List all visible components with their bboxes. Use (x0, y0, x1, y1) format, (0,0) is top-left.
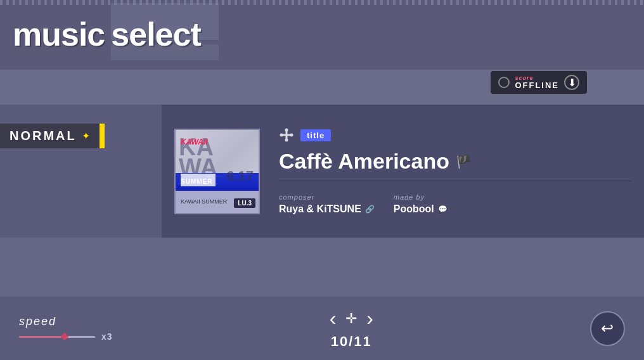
nav-page-indicator: 10/11 (331, 333, 372, 350)
middle-area (0, 238, 644, 298)
offline-label: OFFLINE (515, 81, 559, 89)
song-info-divider (279, 181, 631, 181)
svg-rect-5 (281, 134, 292, 136)
nav-left-button[interactable]: ‹ (330, 307, 337, 330)
page-title: music select (13, 18, 201, 51)
mode-badge: NORMAL ✦ (0, 124, 103, 148)
top-dots-decoration (0, 0, 644, 8)
composer-link-icon: 🔗 (365, 205, 375, 214)
album-art: KA WA KAWAII SUMMER 6.17 KAWAII SUMMER L… (174, 129, 260, 214)
speed-slider-row[interactable]: x3 (19, 331, 113, 342)
made-by-label: made by (394, 193, 448, 201)
back-button[interactable]: ↩ (590, 311, 625, 346)
score-circle-icon (498, 77, 510, 88)
speed-value: x3 (101, 331, 113, 342)
speed-label: speed (19, 315, 113, 328)
speed-slider-thumb (61, 333, 69, 341)
nav-right-button[interactable]: › (366, 307, 373, 330)
album-kawaii-label: KAWAII (181, 138, 208, 146)
song-info: title Caffè Americano 🏴 composer Ruya & … (279, 127, 631, 215)
album-white-box (181, 174, 216, 186)
made-by-value: Poobool 💬 (394, 203, 448, 215)
composer-section: composer Ruya & KiTSUNE 🔗 made by Pooboo… (279, 193, 631, 215)
title-word1: music (13, 18, 105, 51)
title-tag: title (300, 129, 331, 141)
speed-section: speed x3 (19, 315, 113, 342)
song-name: Caffè Americano 🏴 (279, 149, 631, 174)
nav-cross-icon: ✛ (345, 311, 357, 327)
album-version-text: KAWAII SUMMER (181, 198, 227, 205)
back-icon: ↩ (601, 319, 614, 337)
title-word2: select (111, 18, 200, 51)
album-number: 6.17 (226, 168, 254, 184)
nav-arrows: ‹ ✛ › (330, 307, 373, 330)
score-download-icon[interactable]: ⬇ (564, 75, 579, 90)
song-flag-icon: 🏴 (456, 154, 472, 169)
ps-icon (279, 127, 294, 143)
song-title-row: title (279, 127, 631, 143)
composer-value: Ruya & KiTSUNE 🔗 (279, 203, 375, 215)
mode-star-icon: ✦ (82, 130, 90, 142)
made-by-chat-icon: 💬 (438, 205, 448, 214)
composer-col: composer Ruya & KiTSUNE 🔗 (279, 193, 375, 215)
score-badge: score OFFLINE ⬇ (491, 71, 587, 94)
mode-label: NORMAL (10, 129, 77, 143)
nav-controls: ‹ ✛ › 10/11 (330, 307, 373, 350)
score-text: score OFFLINE (515, 75, 559, 89)
bottom-bar: speed x3 ‹ ✛ › 10/11 ↩ (0, 297, 644, 360)
speed-slider-track[interactable] (19, 336, 95, 338)
speed-slider-fill (19, 336, 65, 338)
composer-label: composer (279, 193, 375, 201)
song-card: KA WA KAWAII SUMMER 6.17 KAWAII SUMMER L… (162, 105, 644, 238)
album-badge: LU.3 (234, 198, 255, 208)
made-by-col: made by Poobool 💬 (394, 193, 448, 215)
